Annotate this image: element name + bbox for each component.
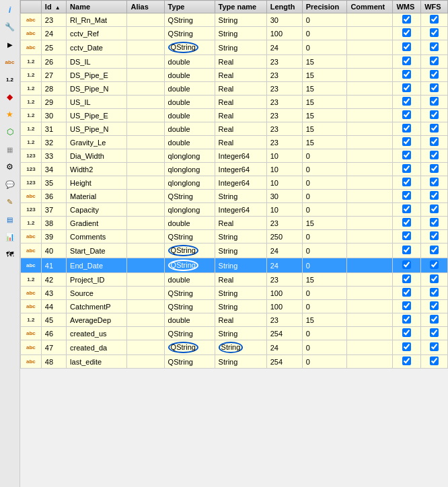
table-row[interactable]: abc47created_daQStringString240: [21, 340, 448, 355]
wms-checkbox[interactable]: [402, 260, 411, 269]
info-icon[interactable]: i: [2, 1, 18, 17]
wfs-checkbox[interactable]: [430, 260, 439, 269]
arrow-icon[interactable]: ▶: [2, 36, 18, 52]
cell-wms[interactable]: [393, 109, 421, 122]
cell-wms[interactable]: [393, 230, 421, 244]
table-row[interactable]: 1.238GradientdoubleReal2315: [21, 217, 448, 230]
col-alias[interactable]: Alias: [127, 1, 164, 13]
wrench-icon[interactable]: 🔧: [2, 19, 18, 35]
cell-wfs[interactable]: [421, 287, 448, 300]
map-icon[interactable]: 🗺: [2, 246, 18, 262]
wfs-checkbox[interactable]: [430, 274, 439, 283]
cell-wfs[interactable]: [421, 163, 448, 176]
cell-wms[interactable]: [393, 149, 421, 163]
table-row[interactable]: 1.226DS_ILdoubleReal2315: [21, 55, 448, 69]
cell-wfs[interactable]: [421, 258, 448, 273]
wfs-checkbox[interactable]: [430, 57, 439, 65]
wms-checkbox[interactable]: [402, 246, 411, 254]
wfs-checkbox[interactable]: [430, 246, 439, 254]
wms-checkbox[interactable]: [402, 28, 411, 37]
star-icon[interactable]: ★: [2, 106, 18, 122]
cell-wfs[interactable]: [421, 230, 448, 244]
table-row[interactable]: 1.232Gravity_LedoubleReal2315: [21, 136, 448, 149]
table-row[interactable]: abc46created_usQStringString2540: [21, 327, 448, 340]
cell-wms[interactable]: [393, 136, 421, 149]
table-row[interactable]: 12334Width2qlonglongInteger64100: [21, 163, 448, 176]
cell-wms[interactable]: [393, 203, 421, 217]
pencil-icon[interactable]: ✎: [2, 194, 18, 210]
gear-icon[interactable]: ⚙: [2, 159, 18, 175]
cell-wms[interactable]: [393, 300, 421, 313]
wms-checkbox[interactable]: [402, 328, 411, 337]
wms-checkbox[interactable]: [402, 42, 411, 51]
wms-checkbox[interactable]: [402, 110, 411, 119]
table-row[interactable]: 1.227DS_Pipe_EdoubleReal2315: [21, 69, 448, 82]
cell-wfs[interactable]: [421, 300, 448, 313]
wfs-checkbox[interactable]: [430, 70, 439, 79]
cell-wfs[interactable]: [421, 55, 448, 69]
wms-checkbox[interactable]: [402, 288, 411, 297]
wfs-checkbox[interactable]: [430, 191, 439, 200]
table-row[interactable]: abc39CommentsQStringString2500: [21, 230, 448, 244]
cell-wfs[interactable]: [421, 109, 448, 122]
wfs-checkbox[interactable]: [430, 288, 439, 297]
table-row[interactable]: 1.228DS_Pipe_NdoubleReal2315: [21, 82, 448, 96]
cell-wfs[interactable]: [421, 149, 448, 163]
col-type[interactable]: Type: [164, 1, 215, 13]
wms-checkbox[interactable]: [402, 124, 411, 133]
cube-icon[interactable]: ⬡: [2, 124, 18, 140]
wfs-checkbox[interactable]: [430, 301, 439, 310]
chat-icon[interactable]: 💬: [2, 176, 18, 192]
table-row[interactable]: 1.230US_Pipe_EdoubleReal2315: [21, 109, 448, 122]
cell-wms[interactable]: [393, 27, 421, 40]
table-container[interactable]: Id ▲ Name Alias Type Type name Length Pr…: [20, 0, 448, 487]
cell-wms[interactable]: [393, 40, 421, 55]
wms-checkbox[interactable]: [402, 231, 411, 240]
abc-text-icon[interactable]: abc: [2, 54, 18, 70]
wfs-checkbox[interactable]: [430, 124, 439, 133]
cell-wms[interactable]: [393, 69, 421, 82]
table-row[interactable]: 12337CapacityqlonglongInteger64100: [21, 203, 448, 217]
col-wms[interactable]: WMS: [393, 1, 421, 13]
wms-checkbox[interactable]: [402, 301, 411, 310]
cell-wms[interactable]: [393, 244, 421, 258]
table-row[interactable]: abc43SourceQStringString1000: [21, 287, 448, 300]
cell-wfs[interactable]: [421, 273, 448, 287]
col-id[interactable]: Id ▲: [41, 1, 66, 13]
wfs-checkbox[interactable]: [430, 357, 439, 365]
wms-checkbox[interactable]: [402, 191, 411, 200]
wfs-checkbox[interactable]: [430, 28, 439, 37]
cell-wms[interactable]: [393, 340, 421, 355]
wfs-checkbox[interactable]: [430, 342, 439, 351]
wfs-checkbox[interactable]: [430, 151, 439, 159]
wms-checkbox[interactable]: [402, 151, 411, 159]
wms-checkbox[interactable]: [402, 204, 411, 213]
wfs-checkbox[interactable]: [430, 137, 439, 146]
wms-checkbox[interactable]: [402, 342, 411, 351]
wfs-checkbox[interactable]: [430, 164, 439, 173]
chart-icon[interactable]: 📊: [2, 229, 18, 245]
table-row[interactable]: 1.229US_ILdoubleReal2315: [21, 96, 448, 109]
wfs-checkbox[interactable]: [430, 178, 439, 186]
cell-wfs[interactable]: [421, 69, 448, 82]
cell-wfs[interactable]: [421, 313, 448, 327]
table-row[interactable]: abc23Rl_Rn_MatQStringString300: [21, 13, 448, 27]
cell-wfs[interactable]: [421, 340, 448, 355]
table2-icon[interactable]: ▤: [2, 211, 18, 227]
wfs-checkbox[interactable]: [430, 218, 439, 227]
col-name[interactable]: Name: [67, 1, 127, 13]
table-row[interactable]: abc44CatchmentPQStringString1000: [21, 300, 448, 313]
cell-wfs[interactable]: [421, 40, 448, 55]
cell-wms[interactable]: [393, 55, 421, 69]
wfs-checkbox[interactable]: [430, 110, 439, 119]
wfs-checkbox[interactable]: [430, 97, 439, 106]
table-row[interactable]: abc25cctv_DateQStringString240: [21, 40, 448, 55]
table-row[interactable]: 1.245AverageDepdoubleReal2315: [21, 313, 448, 327]
grid-icon[interactable]: ▦: [2, 141, 18, 157]
cell-wfs[interactable]: [421, 355, 448, 369]
wms-checkbox[interactable]: [402, 315, 411, 324]
cell-wfs[interactable]: [421, 327, 448, 340]
wms-checkbox[interactable]: [402, 178, 411, 186]
cell-wms[interactable]: [393, 273, 421, 287]
col-precision[interactable]: Precision: [302, 1, 347, 13]
